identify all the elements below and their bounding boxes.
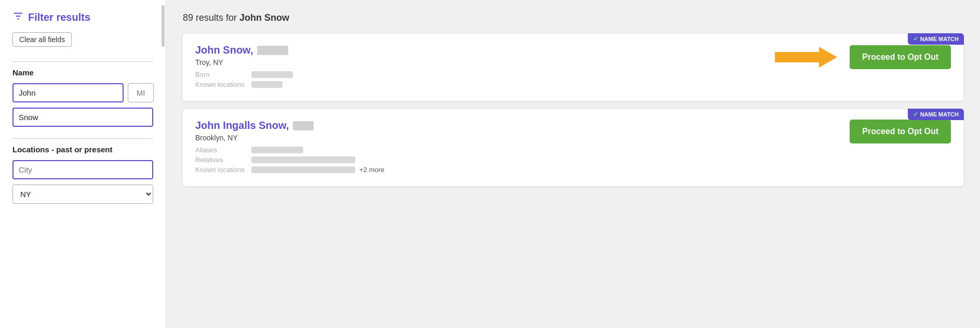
results-count: 89 xyxy=(183,12,193,23)
divider-1 xyxy=(12,61,153,62)
check-icon-1: ✓ xyxy=(913,35,918,43)
clear-all-fields-button[interactable]: Clear all fields xyxy=(12,32,72,47)
born-row-1: Born xyxy=(195,71,775,78)
name-section-label: Name xyxy=(12,68,153,77)
known-locations-label-1: Known locations xyxy=(195,81,247,88)
plus-more-2: +2 more xyxy=(359,166,384,174)
sidebar-header: Filter results xyxy=(12,10,153,24)
divider-2 xyxy=(12,138,153,139)
known-locations-label-2: Known locations xyxy=(195,166,247,174)
known-locations-value-2 xyxy=(251,166,355,173)
relatives-row-2: Relatives xyxy=(195,156,850,164)
card-left-2: John Ingalls Snow, Brooklyn, NY Aliases … xyxy=(195,120,850,176)
relatives-value-2 xyxy=(251,156,355,163)
filter-icon xyxy=(12,10,24,24)
born-value-1 xyxy=(251,71,293,78)
known-locations-value-1 xyxy=(251,81,283,88)
proceed-button-1[interactable]: Proceed to Opt Out xyxy=(850,45,951,69)
location-1: Troy, NY xyxy=(195,58,775,67)
name-match-badge-2: ✓ NAME MATCH xyxy=(908,109,964,120)
card-right-1: Proceed to Opt Out xyxy=(775,44,951,70)
result-card-1: ✓ NAME MATCH John Snow, Troy, NY Born Kn… xyxy=(183,34,963,101)
location-2: Brooklyn, NY xyxy=(195,134,850,142)
badge-label-1: NAME MATCH xyxy=(920,36,959,42)
middle-initial-input[interactable] xyxy=(128,83,154,102)
proceed-button-2[interactable]: Proceed to Opt Out xyxy=(850,120,951,143)
sidebar-title: Filter results xyxy=(28,11,90,23)
card-right-2: Proceed to Opt Out xyxy=(850,120,951,143)
name-row xyxy=(12,83,153,102)
last-name-input[interactable] xyxy=(12,108,153,127)
orange-arrow-icon xyxy=(775,44,837,70)
check-icon-2: ✓ xyxy=(913,111,918,118)
aliases-row-2: Aliases xyxy=(195,146,850,154)
results-heading: 89 results for John Snow xyxy=(183,12,963,23)
badge-label-2: NAME MATCH xyxy=(920,111,959,117)
svg-marker-3 xyxy=(775,47,837,68)
blurred-name-2 xyxy=(293,121,314,130)
relatives-label-2: Relatives xyxy=(195,156,247,164)
card-left-1: John Snow, Troy, NY Born Known locations xyxy=(195,44,775,90)
sidebar: Filter results Clear all fields Name Loc… xyxy=(0,0,166,328)
name-text-1: John Snow, xyxy=(195,44,253,56)
result-card-2: ✓ NAME MATCH John Ingalls Snow, Brooklyn… xyxy=(183,109,963,186)
person-name-2: John Ingalls Snow, xyxy=(195,120,850,132)
main-content: 89 results for John Snow ✓ NAME MATCH Jo… xyxy=(166,0,980,328)
known-locations-row-2: Known locations +2 more xyxy=(195,166,850,174)
known-locations-row-1: Known locations xyxy=(195,81,775,88)
results-query: John Snow xyxy=(239,12,289,23)
state-select[interactable]: NY AL AK AZ AR CA CO FL TX xyxy=(12,185,153,204)
locations-section-label: Locations - past or present xyxy=(12,145,153,154)
scrollbar[interactable] xyxy=(162,5,165,47)
aliases-label-2: Aliases xyxy=(195,146,247,154)
city-input[interactable] xyxy=(12,160,153,179)
blurred-name-1 xyxy=(257,46,288,55)
name-text-2: John Ingalls Snow, xyxy=(195,120,289,132)
app-container: Filter results Clear all fields Name Loc… xyxy=(0,0,980,328)
first-name-input[interactable] xyxy=(12,83,124,102)
person-name-1: John Snow, xyxy=(195,44,775,56)
name-match-badge-1: ✓ NAME MATCH xyxy=(908,33,964,45)
born-label-1: Born xyxy=(195,71,247,78)
results-prefix: results for xyxy=(196,12,239,23)
arrow-container-1 xyxy=(775,44,837,70)
aliases-value-2 xyxy=(251,147,303,153)
